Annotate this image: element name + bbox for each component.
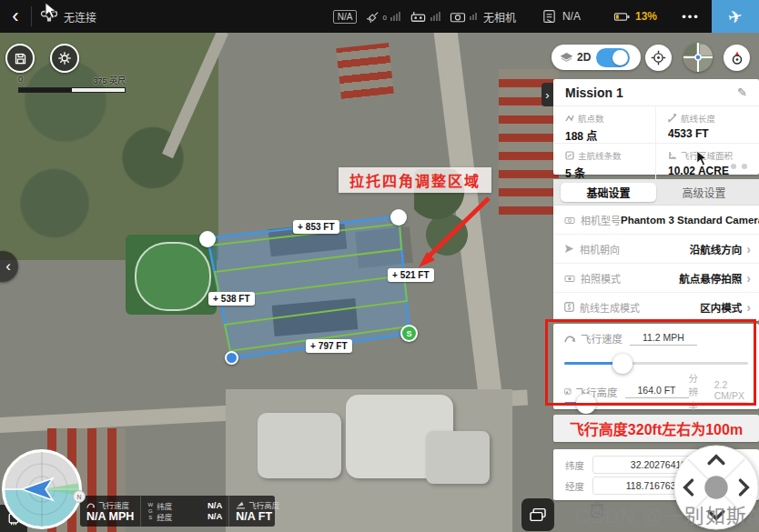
setting-photo-mode[interactable]: 拍照模式 航点悬停拍照 › (553, 263, 759, 292)
watermark: CSDN @一别如斯AA (575, 499, 759, 528)
north-label: N (76, 494, 81, 500)
rc-signal-bars (430, 12, 441, 21)
compass-icon (729, 50, 745, 66)
mouse-cursor-white (44, 2, 57, 19)
chevron-right-icon: › (545, 88, 549, 102)
edit-mission-button[interactable]: ✎ (737, 85, 747, 99)
camera-stack-icon (529, 507, 547, 522)
gear-icon (57, 51, 72, 65)
chevron-left-icon: ‹ (5, 257, 11, 276)
start-point-marker[interactable]: S (400, 325, 418, 342)
area-corner-handle-topleft[interactable] (199, 231, 216, 247)
route-length-icon (668, 114, 677, 123)
mission-summary-card: › Mission 1 ✎ 航点数 188 点 航线长度 4533 FT 主航线… (553, 79, 759, 175)
more-menu-button[interactable]: ••• (670, 10, 712, 24)
red-arrow-annotation (428, 198, 489, 257)
save-icon (14, 52, 27, 65)
minimap-icon (683, 43, 713, 72)
stat-waypoints: 航点数 188 点 (553, 106, 656, 144)
setting-camera-model[interactable]: 相机型号 Phantom 3 Standard Camera › (553, 206, 759, 234)
app-window: S +853 FT +521 FT +538 FT +797 FT 拉托四角调整… (0, 0, 759, 532)
camera-icon (564, 216, 575, 225)
task-status[interactable]: N/A (541, 9, 581, 24)
tip-annotation: 拉托四角调整区域 (339, 167, 491, 193)
divider (31, 6, 32, 26)
mode-badge: N/A (333, 10, 358, 24)
layers-icon (560, 52, 573, 64)
resolution-value: 2.2 CM/PX (711, 379, 748, 404)
chevron-right-icon: › (746, 300, 751, 315)
compass-reset-button[interactable] (724, 45, 750, 71)
setting-camera-heading[interactable]: 相机朝向 沿航线方向 › (553, 234, 759, 263)
mission-panel: › Mission 1 ✎ 航点数 188 点 航线长度 4533 FT 主航线… (553, 79, 759, 500)
task-status-label: N/A (562, 10, 581, 23)
telemetry-position: WGS 纬度N/A 经度N/A (141, 496, 229, 527)
mission-title: Mission 1 (565, 85, 623, 100)
speed-value[interactable]: 11.2 MPH (630, 332, 697, 346)
photo-mode-icon (564, 274, 575, 283)
settings-tabs: 基础设置 高级设置 (553, 179, 759, 206)
mission-settings-button[interactable] (50, 44, 79, 73)
pagination-dots[interactable] (731, 164, 747, 169)
drag-handle-icon: + (310, 341, 316, 351)
battery-status[interactable]: 13% (613, 10, 657, 24)
remote-controller-icon (410, 10, 427, 24)
gps-signal-bars (390, 12, 401, 21)
battery-icon (613, 10, 631, 24)
drag-handle-icon: + (392, 270, 398, 280)
area-corner-handle-bottomleft[interactable] (225, 351, 238, 365)
route-mode-icon (564, 302, 574, 312)
mouse-cursor-black (695, 150, 708, 166)
setting-route-mode[interactable]: 航线生成模式 区内模式 › (553, 292, 759, 321)
battery-percent: 13% (635, 10, 657, 23)
drag-handle-icon: + (298, 222, 303, 232)
status-topbar: ‹ 无连接 N/A 0 无相机 N/A 13% ••• ✈ (0, 0, 759, 33)
crosshair-icon (651, 50, 666, 65)
dpad-center-button[interactable] (704, 476, 727, 498)
satellite-icon (365, 10, 380, 24)
area-icon (668, 151, 677, 160)
panel-collapse-button[interactable]: › (541, 83, 553, 106)
checklist-icon (541, 9, 557, 24)
camera-icon (450, 10, 466, 24)
save-mission-button[interactable] (5, 44, 35, 73)
altitude-slider[interactable] (564, 402, 748, 405)
main-lines-icon (565, 151, 574, 160)
speed-slider-row: 飞行速度 11.2 MPH (564, 331, 748, 346)
attitude-compass-widget: N (0, 446, 91, 532)
2d-toggle[interactable] (596, 48, 630, 67)
tab-basic-settings[interactable]: 基础设置 (561, 183, 656, 202)
speed-slider[interactable] (564, 362, 748, 365)
direction-arrow-icon (564, 244, 574, 254)
flight-params-card: 飞行速度 11.2 MPH 飞行高度 164.0 FT 分辨率 2.2 CM/P… (553, 324, 759, 409)
mission-stats-grid: 航点数 188 点 航线长度 4533 FT 主航线条数 5 条 飞行区域面积 … (553, 106, 759, 175)
area-corner-handle-topright[interactable] (390, 209, 407, 226)
altitude-slider-thumb[interactable] (576, 394, 596, 414)
back-button[interactable]: ‹ (0, 0, 31, 33)
rc-status[interactable] (410, 10, 441, 24)
map-2d-mode-control[interactable]: 2D (552, 45, 641, 70)
edge-length-label-top: +853 FT (293, 220, 339, 234)
telemetry-altitude: 飞行高度 N/A FT (229, 496, 286, 527)
altitude-value[interactable]: 164.0 FT (625, 385, 689, 398)
locate-me-button[interactable] (645, 45, 672, 71)
takeoff-button[interactable]: ✈ (712, 0, 759, 33)
edge-length-label-left: +538 FT (208, 292, 255, 306)
camera-view-button[interactable] (521, 498, 554, 531)
edge-length-label-right: +521 FT (388, 268, 434, 282)
drag-handle-icon: + (213, 294, 218, 304)
minimap-toggle-button[interactable] (683, 43, 713, 72)
takeoff-icon: ✈ (726, 5, 744, 28)
toggle-knob (612, 50, 628, 65)
connection-status: 无连接 (64, 9, 96, 25)
wgs-label: WGS (147, 502, 153, 521)
tab-advanced-settings[interactable]: 高级设置 (656, 183, 752, 202)
telemetry-bar: 飞行速度 N/A MPH WGS 纬度N/A 经度N/A 飞行高度 N/A FT (80, 496, 275, 527)
altitude-icon (564, 386, 572, 396)
camera-status-label: 无相机 (483, 9, 516, 25)
camera-status[interactable]: 无相机 (450, 9, 516, 25)
map-scale-bar: 0375 英尺 (18, 75, 126, 93)
chevron-right-icon: › (746, 271, 751, 286)
gps-status[interactable]: 0 (365, 10, 400, 24)
waypoints-icon (565, 114, 574, 123)
